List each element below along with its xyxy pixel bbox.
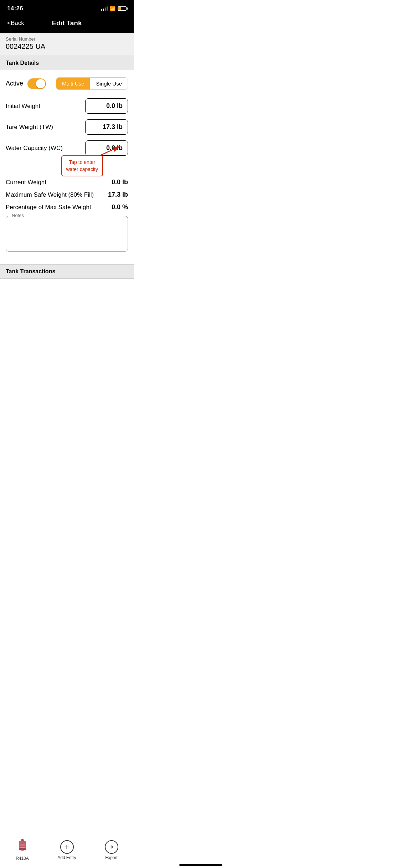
- multi-use-button[interactable]: Multi Use: [56, 78, 90, 89]
- initial-weight-label: Initial Weight: [6, 103, 85, 110]
- signal-icon: [101, 6, 108, 11]
- tare-weight-row: Tare Weight (TW) 17.3 lb: [6, 119, 128, 135]
- tank-transactions-header: Tank Transactions: [0, 264, 134, 279]
- notes-label: Notes: [10, 213, 25, 218]
- nav-bar: <Back Edit Tank: [0, 16, 134, 33]
- tank-details-title: Tank Details: [6, 60, 39, 66]
- active-toggle[interactable]: [27, 78, 46, 89]
- active-label: Active: [6, 80, 23, 87]
- tare-weight-label: Tare Weight (TW): [6, 124, 85, 131]
- main-content: Active Multi Use Single Use Initial Weig…: [0, 70, 134, 259]
- percentage-label: Percentage of Max Safe Weight: [6, 204, 112, 211]
- current-weight-value: 0.0 lb: [112, 179, 128, 186]
- serial-label: Serial Number: [6, 36, 128, 42]
- serial-value: 0024225 UA: [6, 42, 128, 51]
- current-weight-row: Current Weight 0.0 lb: [6, 179, 128, 186]
- initial-weight-row: Initial Weight 0.0 lb: [6, 98, 128, 114]
- wifi-icon: 📶: [110, 6, 115, 11]
- status-icons: 📶: [101, 6, 127, 11]
- battery-icon: [118, 6, 127, 11]
- percentage-value: 0.0 %: [112, 203, 128, 211]
- single-use-button[interactable]: Single Use: [90, 78, 128, 89]
- tare-weight-input[interactable]: 17.3 lb: [85, 119, 128, 135]
- tooltip-text: Tap to enterwater capacity: [61, 155, 103, 176]
- tank-transactions-title: Tank Transactions: [6, 268, 55, 274]
- percentage-row: Percentage of Max Safe Weight 0.0 %: [6, 203, 128, 211]
- water-capacity-row: Water Capacity (WC) 0.0 lb Tap to enterw…: [6, 140, 128, 156]
- page-title: Edit Tank: [52, 19, 82, 27]
- max-safe-weight-value: 17.3 lb: [108, 191, 128, 198]
- use-type-buttons: Multi Use Single Use: [56, 77, 128, 90]
- tank-details-header: Tank Details: [0, 56, 134, 70]
- tooltip-arrow-icon: [100, 145, 125, 157]
- current-weight-label: Current Weight: [6, 179, 112, 186]
- status-time: 14:26: [7, 5, 23, 12]
- max-safe-weight-row: Maximum Safe Weight (80% Fill) 17.3 lb: [6, 191, 128, 198]
- initial-weight-input[interactable]: 0.0 lb: [85, 98, 128, 114]
- notes-container[interactable]: Notes: [6, 216, 128, 252]
- status-bar: 14:26 📶: [0, 0, 134, 16]
- svg-line-1: [100, 146, 120, 155]
- max-safe-weight-label: Maximum Safe Weight (80% Fill): [6, 191, 108, 198]
- serial-section: Serial Number 0024225 UA: [0, 33, 134, 56]
- water-capacity-tooltip: Tap to enterwater capacity: [61, 155, 103, 176]
- water-capacity-label: Water Capacity (WC): [6, 145, 85, 152]
- active-use-row: Active Multi Use Single Use: [6, 76, 128, 91]
- back-button[interactable]: <Back: [7, 20, 24, 27]
